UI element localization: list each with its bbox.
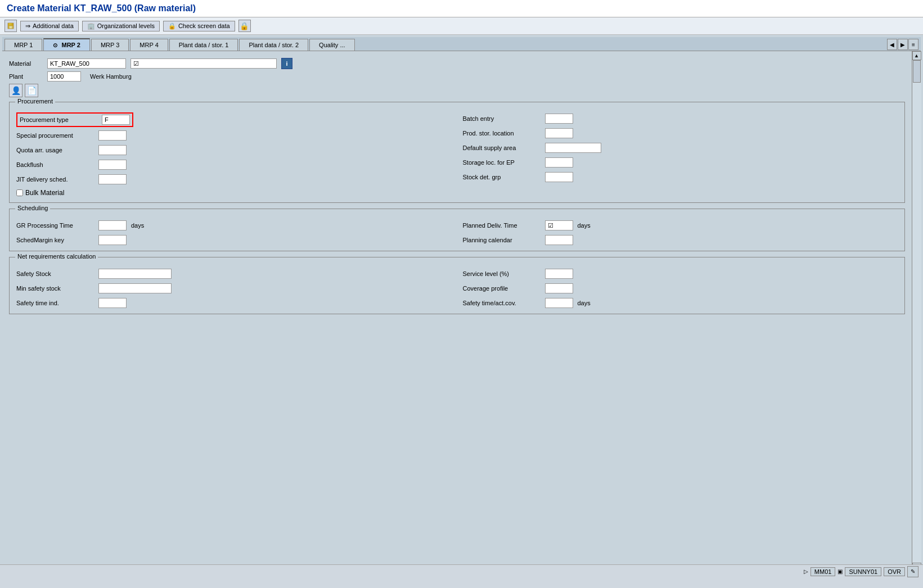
bulk-material-checkbox[interactable] xyxy=(16,189,23,196)
safety-time-act-unit: days xyxy=(578,300,591,306)
edit-status-button[interactable]: ✎ xyxy=(907,566,919,577)
prod-stor-location-input[interactable] xyxy=(545,128,573,138)
planned-deliv-label: Planned Deliv. Time xyxy=(463,222,542,229)
min-safety-stock-input[interactable] xyxy=(98,283,172,293)
safety-time-act-input[interactable] xyxy=(545,298,573,308)
stock-det-grp-label: Stock det. grp xyxy=(463,174,542,180)
material-input[interactable] xyxy=(47,58,126,69)
lock-button[interactable]: 🔒 xyxy=(238,20,251,32)
tab-plant-stor1[interactable]: Plant data / stor. 1 xyxy=(169,39,238,51)
material-label: Material xyxy=(9,60,43,67)
plant-input[interactable] xyxy=(47,71,81,82)
organizational-levels-button[interactable]: 🏢 Organizational levels xyxy=(82,21,160,31)
quota-arr-row: Quota arr. usage xyxy=(16,144,452,156)
planning-calendar-input[interactable] xyxy=(545,235,573,245)
planned-deliv-unit: days xyxy=(578,222,591,229)
tabs-bar: MRP 1 MRP 2 MRP 3 MRP 4 Plant data / sto… xyxy=(2,37,921,51)
bulk-material-row: Bulk Material xyxy=(16,188,452,198)
gr-processing-input[interactable] xyxy=(98,220,127,230)
stock-det-grp-input[interactable] xyxy=(545,172,573,182)
info-button[interactable]: i xyxy=(281,58,292,69)
procurement-type-highlight: Procurement type xyxy=(16,112,452,127)
sched-margin-label: SchedMargin key xyxy=(16,237,95,243)
arrow-icon: ⇒ xyxy=(25,22,30,30)
default-supply-area-row: Default supply area xyxy=(463,142,898,154)
quota-arr-input[interactable] xyxy=(98,145,127,155)
header-icon-buttons: 👤 📄 xyxy=(9,84,905,97)
document-icon-button[interactable]: 📄 xyxy=(25,84,38,97)
screen-icon: ▣ xyxy=(838,568,843,575)
scroll-up-button[interactable]: ▲ xyxy=(912,51,921,60)
material-desc-input[interactable] xyxy=(130,58,277,69)
batch-entry-input[interactable] xyxy=(545,114,573,124)
svg-rect-3 xyxy=(10,26,11,28)
safety-stock-label: Safety Stock xyxy=(16,270,95,277)
tab-mrp3[interactable]: MRP 3 xyxy=(91,39,129,51)
gr-processing-unit: days xyxy=(131,222,144,229)
check-icon: 🔒 xyxy=(168,22,176,30)
sched-margin-row: SchedMargin key xyxy=(16,234,452,246)
tab-plant-stor2[interactable]: Plant data / stor. 2 xyxy=(239,39,308,51)
gr-processing-row: GR Processing Time days xyxy=(16,219,452,232)
jit-delivery-input[interactable] xyxy=(98,174,127,184)
quota-arr-label: Quota arr. usage xyxy=(16,147,95,153)
min-safety-stock-row: Min safety stock xyxy=(16,282,452,295)
tab-mrp2[interactable]: MRP 2 xyxy=(43,38,89,51)
person-icon-button[interactable]: 👤 xyxy=(9,84,22,97)
net-requirements-section: Net requirements calculation Safety Stoc… xyxy=(9,257,905,314)
coverage-profile-input[interactable] xyxy=(545,283,573,293)
safety-stock-input[interactable] xyxy=(98,269,172,279)
save-icon xyxy=(7,22,14,30)
batch-entry-label: Batch entry xyxy=(463,115,542,122)
gr-processing-label: GR Processing Time xyxy=(16,222,95,229)
procurement-type-input[interactable] xyxy=(102,115,130,125)
additional-data-button[interactable]: ⇒ Additional data xyxy=(20,21,79,31)
plant-label: Plant xyxy=(9,73,43,80)
bulk-material-label: Bulk Material xyxy=(25,189,64,197)
ovr-status: OVR xyxy=(884,567,905,576)
scheduling-title: Scheduling xyxy=(15,205,50,211)
service-level-input[interactable] xyxy=(545,269,573,279)
sunny01-status: SUNNY01 xyxy=(845,567,881,576)
content-area: MRP 1 MRP 2 MRP 3 MRP 4 Plant data / sto… xyxy=(0,35,923,578)
tab-mrp1[interactable]: MRP 1 xyxy=(4,39,42,51)
main-container: MRP 1 MRP 2 MRP 3 MRP 4 Plant data / sto… xyxy=(0,35,923,578)
procurement-title: Procurement xyxy=(15,98,55,105)
jit-delivery-row: JIT delivery sched. xyxy=(16,173,452,186)
tab-nav-list[interactable]: ≡ xyxy=(908,39,919,50)
batch-entry-row: Batch entry xyxy=(463,112,898,125)
tab-nav-right[interactable]: ▶ xyxy=(898,39,908,50)
tab-mrp4[interactable]: MRP 4 xyxy=(130,39,168,51)
backflush-label: Backflush xyxy=(16,161,95,168)
special-procurement-row: Special procurement xyxy=(16,129,452,142)
scroll-thumb[interactable] xyxy=(913,60,921,83)
default-supply-area-input[interactable] xyxy=(545,143,601,153)
backflush-input[interactable] xyxy=(98,160,127,170)
toolbar: ⇒ Additional data 🏢 Organizational level… xyxy=(0,17,923,35)
storage-loc-ep-label: Storage loc. for EP xyxy=(463,159,542,166)
scroll-track xyxy=(912,60,921,563)
service-level-row: Service level (%) xyxy=(463,268,898,280)
save-button[interactable] xyxy=(4,20,17,32)
tab-nav-left[interactable]: ◀ xyxy=(887,39,897,50)
right-scrollbar: ▲ ▼ xyxy=(912,51,921,572)
planned-deliv-input[interactable] xyxy=(545,220,573,230)
storage-loc-ep-input[interactable] xyxy=(545,157,573,168)
material-row: Material i xyxy=(9,58,905,69)
min-safety-stock-label: Min safety stock xyxy=(16,285,95,292)
play-icon: ▷ xyxy=(804,568,808,575)
stock-det-grp-row: Stock det. grp xyxy=(463,171,898,183)
planning-calendar-label: Planning calendar xyxy=(463,237,542,243)
special-procurement-input[interactable] xyxy=(98,130,127,141)
backflush-row: Backflush xyxy=(16,159,452,171)
tab-nav-buttons: ◀ ▶ ≡ xyxy=(887,39,919,50)
check-screen-data-button[interactable]: 🔒 Check screen data xyxy=(163,21,235,31)
prod-stor-location-row: Prod. stor. location xyxy=(463,127,898,139)
safety-time-ind-input[interactable] xyxy=(98,298,127,308)
planned-deliv-row: Planned Deliv. Time days xyxy=(463,219,898,232)
mm01-status: MM01 xyxy=(811,567,836,576)
sched-margin-input[interactable] xyxy=(98,235,127,245)
tab-quality[interactable]: Quality ... xyxy=(309,39,354,51)
title-bar: Create Material KT_RAW_500 (Raw material… xyxy=(0,0,923,17)
procurement-type-label: Procurement type xyxy=(20,116,98,123)
